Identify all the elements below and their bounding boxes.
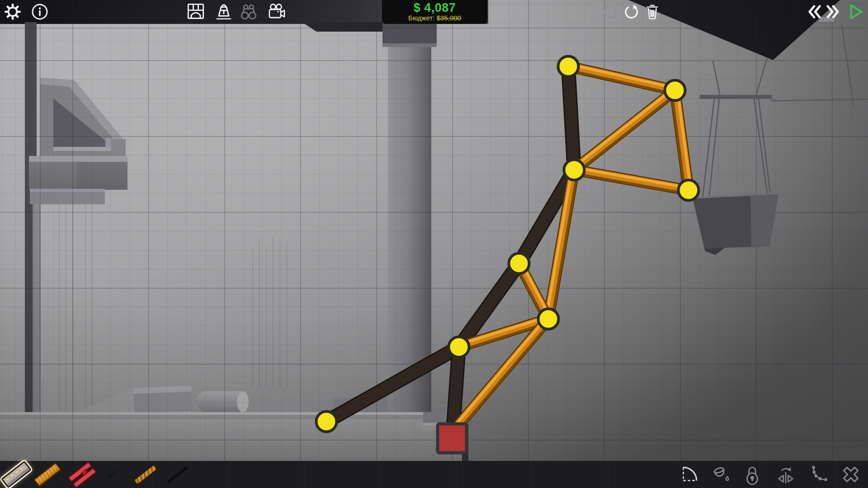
- material-cable[interactable]: [161, 461, 193, 488]
- beam-G-H-road[interactable]: [326, 347, 459, 422]
- cable-material-icon: [166, 465, 188, 483]
- wood-material-icon: [33, 461, 62, 488]
- joint-spline-icon: [807, 464, 829, 485]
- curve-tool-button[interactable]: [677, 463, 700, 486]
- rope-material-icon: [133, 464, 158, 485]
- blueprint-grid-icon: [187, 3, 205, 21]
- beam-A-C-road[interactable]: [568, 66, 574, 170]
- weight-test-button[interactable]: [214, 1, 234, 22]
- beam-B-C-wood[interactable]: [576, 93, 677, 173]
- binoculars-icon: [239, 3, 258, 21]
- material-rope[interactable]: [130, 461, 161, 488]
- beam-A-B-wood[interactable]: [568, 66, 675, 90]
- undo-button[interactable]: [600, 1, 620, 22]
- paint-bucket-icon: [710, 464, 731, 485]
- settings-button[interactable]: [3, 1, 23, 22]
- binoculars-button[interactable]: [239, 1, 259, 22]
- budget-panel: $ 4,087 Бюджет: $35,000: [382, 0, 487, 24]
- bottom-toolbar: [0, 461, 868, 488]
- material-steel[interactable]: [66, 461, 97, 488]
- trash-icon: [644, 3, 661, 21]
- mirror-flip-icon: [774, 464, 797, 485]
- beam-B-C-wood[interactable]: [573, 89, 674, 168]
- bridge-layer: [0, 0, 868, 488]
- blueprint-button[interactable]: [186, 1, 206, 22]
- info-icon: [31, 3, 49, 21]
- budget-total: Бюджет: $35,000: [382, 14, 487, 22]
- beam-B-C-wood[interactable]: [574, 90, 675, 170]
- zoom-level: 200%: [814, 16, 839, 23]
- steel-material-icon: [68, 462, 95, 487]
- weight-icon: [214, 2, 233, 22]
- joint-tool-button[interactable]: [807, 463, 830, 486]
- joint-node-H[interactable]: [316, 412, 337, 432]
- anchor-point[interactable]: [438, 424, 467, 453]
- joint-node-G[interactable]: [449, 337, 469, 357]
- hydraulic-material-icon: [101, 465, 124, 484]
- joint-node-C[interactable]: [564, 160, 585, 180]
- material-hydraulic[interactable]: [97, 461, 129, 488]
- x-icon: [840, 464, 862, 485]
- gear-icon: [3, 2, 22, 21]
- beam-C-D-wood[interactable]: [574, 170, 689, 190]
- paint-tool-button[interactable]: [709, 463, 732, 486]
- budget-total-amount: $35,000: [437, 14, 461, 22]
- budget-label: Бюджет:: [408, 14, 434, 22]
- mirror-tool-button[interactable]: [774, 463, 797, 486]
- play-icon: [845, 2, 865, 22]
- budget-current: $ 4,087: [382, 1, 487, 15]
- material-wood[interactable]: [32, 461, 63, 488]
- play-button[interactable]: [845, 1, 865, 22]
- lock-icon: [742, 464, 763, 485]
- top-toolbar: $ 4,087 Бюджет: $35,000: [0, 0, 868, 24]
- camera-button[interactable]: [267, 1, 287, 22]
- camera-icon: [267, 3, 287, 21]
- curve-tool-icon: [678, 464, 699, 485]
- beam-A-B-wood[interactable]: [569, 64, 675, 88]
- joint-node-E[interactable]: [509, 253, 529, 274]
- delete-button[interactable]: [642, 1, 662, 22]
- road-material-icon: [1, 460, 32, 488]
- joint-node-D[interactable]: [679, 180, 699, 201]
- redo-icon: [623, 3, 640, 20]
- game-stage: $ 4,087 Бюджет: $35,000: [0, 0, 868, 488]
- lock-tool-button[interactable]: [741, 463, 764, 486]
- info-button[interactable]: [30, 1, 50, 22]
- joint-node-B[interactable]: [665, 80, 685, 101]
- material-road[interactable]: [0, 461, 32, 488]
- delete-all-button[interactable]: [839, 463, 863, 486]
- undo-icon: [602, 3, 619, 20]
- joint-node-F[interactable]: [538, 309, 559, 329]
- redo-button[interactable]: [622, 1, 642, 22]
- joint-node-A[interactable]: [558, 56, 579, 77]
